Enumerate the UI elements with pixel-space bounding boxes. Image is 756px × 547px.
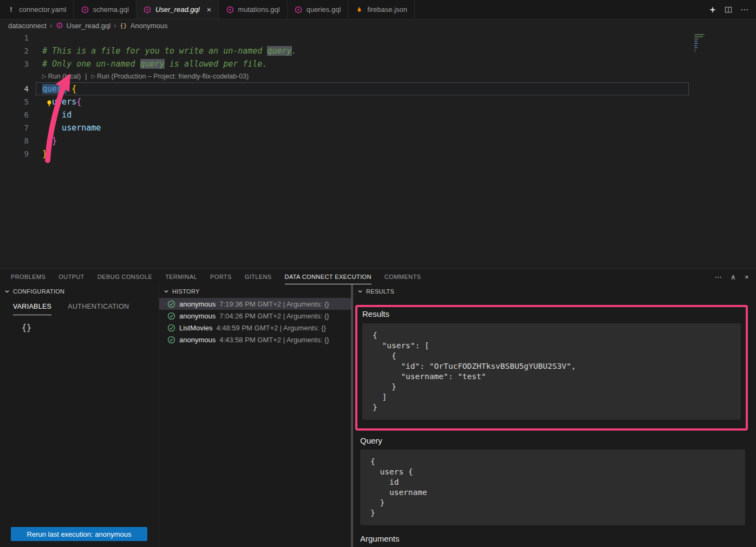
tab-label: mutations.gql: [238, 5, 279, 14]
code-editor[interactable]: 1 2 # This is a file for you to write an…: [0, 31, 756, 269]
vscode-window: ! connector.yaml schema.gql User_read.gq…: [0, 0, 756, 547]
code-line-7: 7 username: [0, 121, 756, 134]
run-production-label: Run (Production – Project: friendly-flix…: [97, 70, 249, 82]
panel-tab-data-connect-execution[interactable]: DATA CONNECT EXECUTION: [285, 269, 372, 284]
minimap-line: [694, 43, 698, 44]
tab-authentication[interactable]: AUTHENTICATION: [68, 303, 129, 315]
configuration-header[interactable]: CONFIGURATION: [0, 284, 159, 298]
history-item-name: ListMovies: [179, 324, 212, 332]
close-tab-icon[interactable]: ×: [207, 5, 212, 14]
line-number: 4: [0, 82, 29, 95]
tab-variables[interactable]: VARIABLES: [13, 303, 51, 315]
query-text[interactable]: { users { id username } }: [360, 450, 745, 525]
panel-tab-gitlens[interactable]: GITLENS: [245, 269, 272, 284]
minimap-line: [694, 34, 705, 35]
line-number: 1: [0, 31, 29, 44]
minimap-line: [694, 51, 695, 53]
line-number: 8: [0, 134, 29, 147]
copilot-sparkle-icon[interactable]: [709, 6, 716, 14]
graphql-file-icon: [56, 22, 63, 29]
configuration-title: CONFIGURATION: [13, 288, 64, 295]
braces-glyph: {}: [120, 22, 127, 29]
panel-tab-comments[interactable]: COMMENTS: [384, 269, 421, 284]
query-keyword: query: [42, 84, 67, 94]
code-text: [29, 31, 42, 44]
bottom-panel: PROBLEMS OUTPUT DEBUG CONSOLE TERMINAL P…: [0, 269, 756, 547]
panel-tab-debug-console[interactable]: DEBUG CONSOLE: [97, 269, 152, 284]
tab-label: connector.yaml: [19, 5, 66, 14]
tab-queries-gql[interactable]: queries.gql: [288, 0, 349, 19]
brace-token: {: [76, 97, 81, 107]
graphql-file-icon: [295, 5, 303, 14]
yaml-file-icon: !: [7, 5, 15, 14]
editor-actions: ⋯: [709, 0, 756, 19]
breadcrumb-anonymous[interactable]: Anonymous: [131, 22, 168, 30]
minimap[interactable]: [694, 34, 706, 53]
comment-token: is allowed per file.: [165, 59, 268, 69]
results-title: RESULTS: [366, 288, 394, 295]
symbol-operation-icon: {}: [120, 22, 127, 29]
results-section: RESULTS Results { "users": [ { "id": "Or…: [351, 284, 756, 547]
tab-label: User_read.gql: [155, 5, 200, 14]
history-item-meta: 4:43:58 PM GMT+2 | Arguments: {}: [219, 336, 329, 344]
tab-mutations-gql[interactable]: mutations.gql: [219, 0, 287, 19]
check-circle-icon: [167, 324, 175, 332]
code-line-8: 8 }: [0, 134, 756, 147]
code-line-4-current: 4 query {: [0, 82, 756, 95]
run-local-link[interactable]: ▷Run (local): [42, 70, 81, 82]
tab-label: firebase.json: [367, 5, 407, 14]
panel-tab-bar: PROBLEMS OUTPUT DEBUG CONSOLE TERMINAL P…: [0, 269, 756, 284]
highlighted-word: query: [140, 59, 165, 69]
code-line-6: 6 id: [0, 108, 756, 121]
firebase-file-icon: [355, 5, 363, 14]
code-line-3: 3 # Only one un-named query is allowed p…: [0, 57, 756, 70]
line-number: 9: [0, 147, 29, 160]
graphql-file-icon: [226, 5, 234, 14]
results-content: Results { "users": [ { "id": "OrTucFODZH…: [353, 298, 756, 547]
panel-tab-output[interactable]: OUTPUT: [58, 269, 84, 284]
configuration-tabs: VARIABLES AUTHENTICATION: [13, 303, 159, 315]
run-production-link[interactable]: ▷Run (Production – Project: friendly-fli…: [91, 70, 249, 82]
history-item[interactable]: anonymous 7:04:26 PM GMT+2 | Arguments: …: [159, 310, 351, 322]
minimap-line: [694, 38, 699, 40]
split-editor-icon[interactable]: [725, 6, 732, 14]
code-text: username: [29, 121, 101, 134]
breadcrumb-dataconnect[interactable]: dataconnect: [8, 22, 47, 30]
panel-tab-problems[interactable]: PROBLEMS: [11, 269, 45, 284]
line-number: 3: [0, 57, 29, 70]
more-actions-icon[interactable]: ⋯: [740, 5, 748, 15]
history-header[interactable]: HISTORY: [159, 284, 351, 298]
history-item-meta: 7:04:26 PM GMT+2 | Arguments: {}: [219, 312, 329, 320]
panel-tab-ports[interactable]: PORTS: [210, 269, 232, 284]
panel-maximize-icon[interactable]: ∧: [731, 273, 736, 281]
query-label: Query: [360, 436, 756, 445]
variables-value[interactable]: {}: [22, 323, 159, 333]
results-json[interactable]: { "users": [ { "id": "OrTucFODZHTksvBSBU…: [362, 323, 741, 420]
history-item[interactable]: ListMovies 4:48:59 PM GMT+2 | Arguments:…: [159, 322, 351, 334]
history-item[interactable]: anonymous 7:19:36 PM GMT+2 | Arguments: …: [159, 298, 351, 310]
chevron-right-icon: ›: [50, 21, 53, 30]
panel-body: CONFIGURATION VARIABLES AUTHENTICATION {…: [0, 284, 756, 547]
tab-firebase-json[interactable]: firebase.json: [348, 0, 415, 19]
graphql-file-icon: [144, 5, 152, 14]
panel-more-actions-icon[interactable]: ⋯: [715, 273, 722, 281]
results-header[interactable]: RESULTS: [353, 284, 756, 298]
check-circle-icon: [167, 312, 175, 320]
panel-close-icon[interactable]: ×: [745, 273, 749, 281]
configuration-section: CONFIGURATION VARIABLES AUTHENTICATION {…: [0, 284, 159, 547]
breadcrumb: dataconnect › User_read.gql › {} Anonymo…: [0, 19, 756, 31]
tab-schema-gql[interactable]: schema.gql: [74, 0, 136, 19]
breadcrumb-file[interactable]: User_read.gql: [67, 22, 111, 30]
tab-connector-yaml[interactable]: ! connector.yaml: [0, 0, 74, 19]
check-circle-icon: [167, 300, 175, 308]
check-circle-icon: [167, 336, 175, 344]
history-item[interactable]: anonymous 4:43:58 PM GMT+2 | Arguments: …: [159, 334, 351, 346]
brace-token: }: [42, 149, 47, 159]
code-line-9: 9 }: [0, 147, 756, 160]
comment-token: .: [292, 46, 297, 56]
panel-tab-terminal[interactable]: TERMINAL: [165, 269, 197, 284]
tab-user-read-gql[interactable]: User_read.gql ×: [136, 0, 219, 19]
rerun-last-execution-button[interactable]: Rerun last execution: anonymous: [11, 527, 147, 541]
minimap-line: [694, 36, 703, 37]
chevron-right-icon: ›: [114, 21, 116, 30]
